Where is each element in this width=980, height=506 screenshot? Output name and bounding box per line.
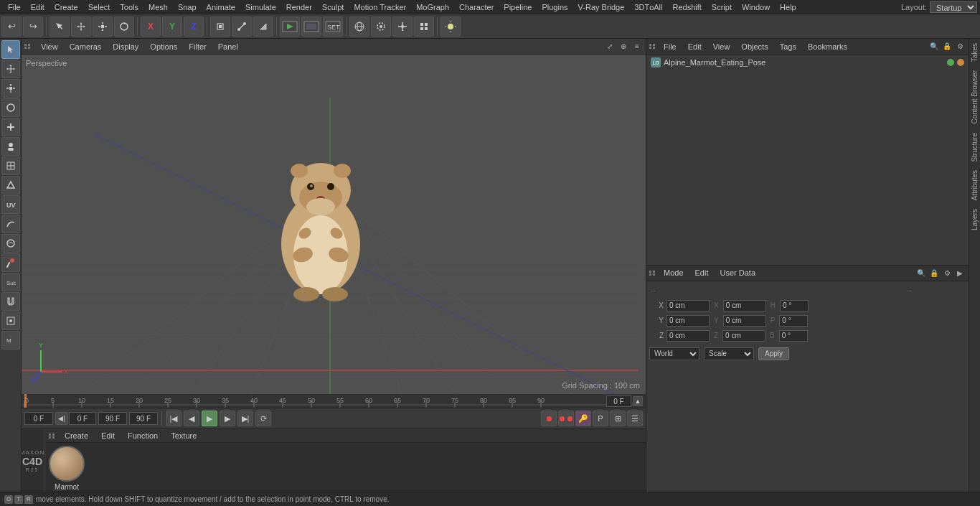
mirror-tool-sidebar[interactable]: M (1, 331, 20, 350)
cursor-tool-button[interactable] (1, 40, 20, 59)
menu-motion-tracker[interactable]: Motion Tracker (349, 0, 411, 14)
axis-y-button[interactable]: Y (162, 17, 182, 37)
substance-tool-sidebar[interactable]: Sub (1, 273, 20, 291)
viewport-view-menu[interactable]: View (37, 40, 62, 53)
model-mode-sidebar[interactable] (1, 137, 20, 156)
go-to-start-button[interactable]: |◀ (166, 411, 182, 426)
menu-window[interactable]: Window (737, 0, 775, 14)
axis-z-button[interactable]: Z (184, 17, 204, 37)
timeline-start-field[interactable] (24, 412, 53, 425)
menu-vray[interactable]: V-Ray Bridge (573, 0, 630, 14)
attr-x-pos-input[interactable] (666, 300, 710, 311)
om-lock-icon[interactable]: 🔒 (941, 41, 953, 52)
play-button[interactable]: ▶ (202, 411, 217, 426)
material-edit-tab[interactable]: Edit (97, 429, 119, 442)
object-render-dot[interactable] (957, 59, 964, 66)
autokey-button[interactable]: 🔑 (575, 411, 591, 426)
material-create-tab[interactable]: Create (60, 429, 93, 442)
viewport-filter-menu[interactable]: Filter (185, 40, 209, 53)
magnet-tool-sidebar[interactable] (1, 292, 20, 311)
om-bookmarks-tab[interactable]: Bookmarks (804, 40, 852, 53)
attr-config-icon[interactable]: ⚙ (941, 267, 953, 278)
scale-dropdown[interactable]: Scale (704, 347, 754, 360)
axis-x-button[interactable]: X (141, 17, 161, 37)
viewport-display-menu[interactable]: Display (109, 40, 142, 53)
attr-p-input[interactable] (779, 315, 808, 327)
uv-tool-sidebar[interactable]: UV (1, 195, 20, 214)
menu-simulate[interactable]: Simulate (240, 0, 281, 14)
object-visible-dot[interactable] (947, 59, 954, 66)
enable-snap-button[interactable] (392, 17, 413, 37)
scale-tool[interactable] (93, 17, 113, 37)
render-to-picture-viewer[interactable] (301, 17, 321, 37)
rotate-tool-sidebar[interactable] (1, 98, 20, 117)
timeline-preview-end[interactable] (98, 412, 127, 425)
scale-tool-sidebar[interactable] (1, 79, 20, 98)
attr-y-pos-input[interactable] (666, 315, 710, 327)
status-timeline-icon[interactable]: T (14, 495, 23, 504)
go-to-end-button[interactable]: ▶| (237, 411, 253, 426)
material-function-tab[interactable]: Function (123, 429, 162, 442)
paint-tool-sidebar[interactable] (1, 253, 20, 272)
undo-button[interactable]: ↩ (1, 17, 22, 37)
vtab-layers[interactable]: Layers (969, 205, 980, 235)
menu-render[interactable]: Render (281, 0, 317, 14)
material-item-marmot[interactable]: Marmot (49, 446, 85, 491)
move-tool[interactable] (71, 17, 91, 37)
material-thumbnail[interactable] (49, 446, 85, 482)
attr-h-input[interactable] (780, 300, 809, 311)
menu-select[interactable]: Select (83, 0, 116, 14)
timeline-preview-start[interactable] (69, 412, 96, 425)
status-render-icon[interactable]: R (24, 495, 33, 504)
viewport-panel-menu[interactable]: Panel (215, 40, 242, 53)
attr-b-input[interactable] (779, 330, 808, 342)
loop-button[interactable]: ⟳ (255, 411, 271, 426)
menu-create[interactable]: Create (50, 0, 83, 14)
viewport-camera-icon[interactable]: ⊕ (618, 41, 629, 52)
attr-extra-icon[interactable]: ▶ (954, 267, 966, 278)
attr-y-pos-input-2[interactable] (723, 315, 766, 327)
snap-to-sidebar[interactable] (1, 311, 20, 330)
quantize-button[interactable] (414, 17, 434, 37)
tree-item-marmot[interactable]: L0 Alpine_Marmot_Eating_Pose (646, 55, 969, 70)
attr-lock-icon[interactable]: 🔒 (928, 267, 940, 278)
move-tool-sidebar[interactable] (1, 60, 20, 78)
transform-tool-sidebar[interactable] (1, 118, 20, 136)
menu-3dtoall[interactable]: 3DTоAll (629, 0, 667, 14)
preview-start-btn[interactable]: ◀| (55, 412, 68, 425)
record-all-button[interactable]: ⏺⏺ (558, 411, 574, 426)
menu-mograph[interactable]: MoGraph (411, 0, 454, 14)
menu-plugins[interactable]: Plugins (537, 0, 573, 14)
vtab-structure[interactable]: Structure (969, 128, 980, 167)
polygon-mode-button[interactable] (253, 17, 273, 37)
attr-x-pos-input-2[interactable] (723, 300, 766, 311)
vtab-takes[interactable]: Takes (969, 39, 980, 66)
viewport-cameras-menu[interactable]: Cameras (66, 40, 105, 53)
current-frame-input[interactable] (606, 395, 631, 407)
menu-redshift[interactable]: Redshift (667, 0, 706, 14)
world-coord-button[interactable] (349, 17, 369, 37)
menu-edit[interactable]: Edit (26, 0, 50, 14)
polygon-tool-sidebar[interactable] (1, 176, 20, 195)
record-button[interactable]: ⏺ (541, 411, 557, 426)
menu-character[interactable]: Character (454, 0, 499, 14)
apply-button[interactable]: Apply (758, 347, 789, 360)
vtab-attributes[interactable]: Attributes (969, 166, 980, 205)
light-button[interactable] (440, 17, 461, 37)
sculpt-tool-sidebar[interactable] (1, 234, 20, 253)
edge-mode-button[interactable] (232, 17, 252, 37)
object-mode-button[interactable] (210, 17, 230, 37)
menu-help[interactable]: Help (775, 0, 801, 14)
timeline-grid-button[interactable]: ⊞ (610, 411, 626, 426)
om-view-tab[interactable]: View (709, 40, 735, 53)
menu-tools[interactable]: Tools (115, 0, 143, 14)
attr-z-pos-input[interactable] (666, 330, 710, 342)
motion-clip-button[interactable]: P (593, 411, 608, 426)
selection-tool[interactable] (50, 17, 70, 37)
rotate-tool[interactable] (114, 17, 134, 37)
frame-arrow-up[interactable]: ▲ (633, 396, 643, 406)
om-file-tab[interactable]: File (659, 40, 681, 53)
timeline-end-field[interactable] (129, 412, 158, 425)
om-objects-tab[interactable]: Objects (737, 40, 772, 53)
spline-tool-sidebar[interactable] (1, 215, 20, 233)
